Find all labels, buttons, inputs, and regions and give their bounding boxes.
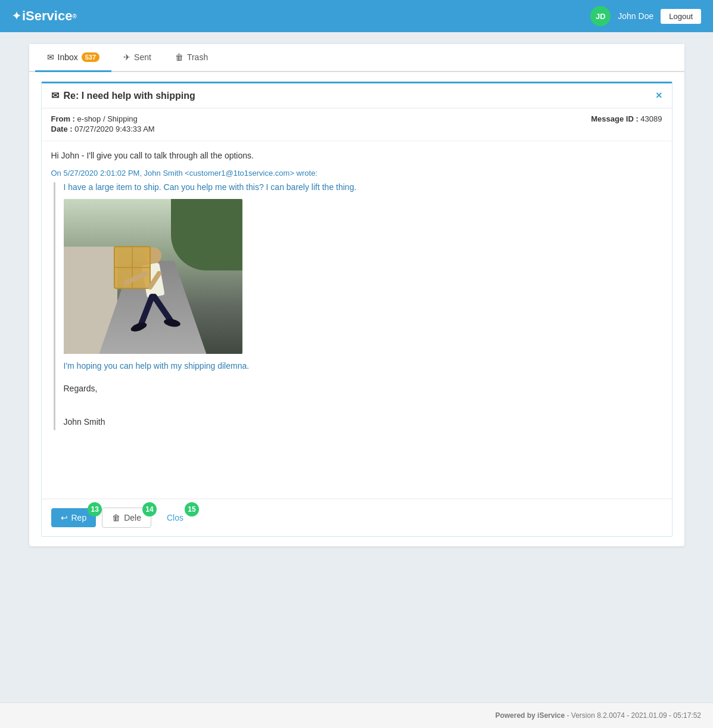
logo: ✦ iService®	[12, 8, 77, 24]
sender-name: John Smith	[64, 413, 662, 430]
email-header: ✉ Re: I need help with shipping ×	[42, 83, 672, 108]
email-subject: Re: I need help with shipping	[64, 91, 195, 101]
tab-trash-label: Trash	[187, 52, 208, 62]
quoted-text-2: I'm hoping you can help with my shipping…	[64, 361, 662, 371]
close-button[interactable]: Clos 15	[157, 508, 193, 527]
svg-line-9	[154, 297, 171, 321]
action-bar: ↩ Rep 13 🗑 Dele 14 Clos 15	[42, 499, 672, 536]
sent-icon: ✈	[123, 52, 130, 62]
footer: Powered by iService - Version 8.2.0074 -…	[0, 702, 713, 728]
main-container: ✉ Inbox 537 ✈ Sent 🗑 Trash ✉ Re: I need …	[29, 44, 684, 546]
email-title-icon: ✉	[51, 90, 59, 101]
reply-button[interactable]: ↩ Rep 13	[51, 508, 96, 527]
header-right: JD John Doe Logout	[590, 6, 701, 26]
reply-icon: ↩	[61, 513, 68, 522]
avatar: JD	[590, 6, 611, 26]
person-silhouette	[111, 235, 183, 342]
svg-line-8	[141, 297, 152, 324]
inbox-icon: ✉	[47, 52, 54, 62]
tab-inbox[interactable]: ✉ Inbox 537	[35, 44, 112, 72]
from-value: e-shop / Shipping	[77, 114, 138, 123]
email-body: Hi John - I'll give you call to talk thr…	[42, 141, 672, 499]
logo-reg: ®	[72, 13, 76, 20]
logo-star-icon: ✦	[12, 10, 21, 23]
quoted-block: I have a large item to ship. Can you hel…	[54, 182, 662, 430]
tab-sent-label: Sent	[134, 52, 151, 62]
email-title: ✉ Re: I need help with shipping	[51, 90, 195, 101]
tab-trash[interactable]: 🗑 Trash	[163, 44, 220, 72]
image-inner	[64, 199, 242, 354]
message-id-label: Message ID :	[591, 114, 638, 123]
delete-icon: 🗑	[112, 513, 120, 522]
meta-left: From : e-shop / Shipping Date : 07/27/20…	[51, 114, 155, 135]
close-badge: 15	[185, 502, 199, 517]
logo-text: iService	[22, 8, 72, 24]
footer-version: - Version 8.2.0074 - 2021.01.09 - 05:17:…	[567, 711, 702, 720]
trash-icon: 🗑	[175, 52, 183, 62]
reply-intro: Hi John - I'll give you call to talk thr…	[51, 151, 662, 160]
username-label: John Doe	[618, 11, 653, 21]
email-meta: From : e-shop / Shipping Date : 07/27/20…	[42, 108, 672, 141]
tab-sent[interactable]: ✈ Sent	[111, 44, 163, 72]
quoted-text-1: I have a large item to ship. Can you hel…	[64, 182, 662, 192]
logout-button[interactable]: Logout	[661, 9, 701, 24]
message-id-value: 43089	[640, 114, 662, 123]
tab-inbox-label: Inbox	[58, 52, 78, 62]
email-card: ✉ Re: I need help with shipping × From :…	[41, 82, 672, 537]
date-value: 07/27/2020 9:43:33 AM	[74, 125, 154, 133]
from-row: From : e-shop / Shipping	[51, 114, 155, 123]
footer-brand: Powered by iService	[495, 711, 565, 720]
date-row: Date : 07/27/2020 9:43:33 AM	[51, 125, 155, 133]
svg-point-11	[163, 318, 181, 328]
reply-label: Rep	[71, 513, 87, 522]
delete-badge: 14	[142, 502, 157, 517]
regards-section: Regards, John Smith	[64, 380, 662, 430]
shipping-image	[64, 199, 242, 354]
email-close-button[interactable]: ×	[656, 89, 662, 102]
quoted-header: On 5/27/2020 2:01:02 PM, John Smith <cus…	[51, 169, 662, 178]
meta-right: Message ID : 43089	[591, 114, 662, 123]
delete-button[interactable]: 🗑 Dele 14	[102, 508, 151, 528]
delete-label: Dele	[124, 513, 141, 522]
reply-badge: 13	[88, 502, 102, 517]
regards-text: Regards,	[64, 380, 662, 397]
from-label: From :	[51, 114, 75, 123]
tabs-bar: ✉ Inbox 537 ✈ Sent 🗑 Trash	[29, 44, 684, 72]
email-container: ✉ Re: I need help with shipping × From :…	[29, 72, 684, 546]
date-label: Date :	[51, 125, 73, 133]
header: ✦ iService® JD John Doe Logout	[0, 0, 713, 32]
inbox-badge: 537	[82, 52, 99, 62]
close-label: Clos	[167, 513, 183, 522]
